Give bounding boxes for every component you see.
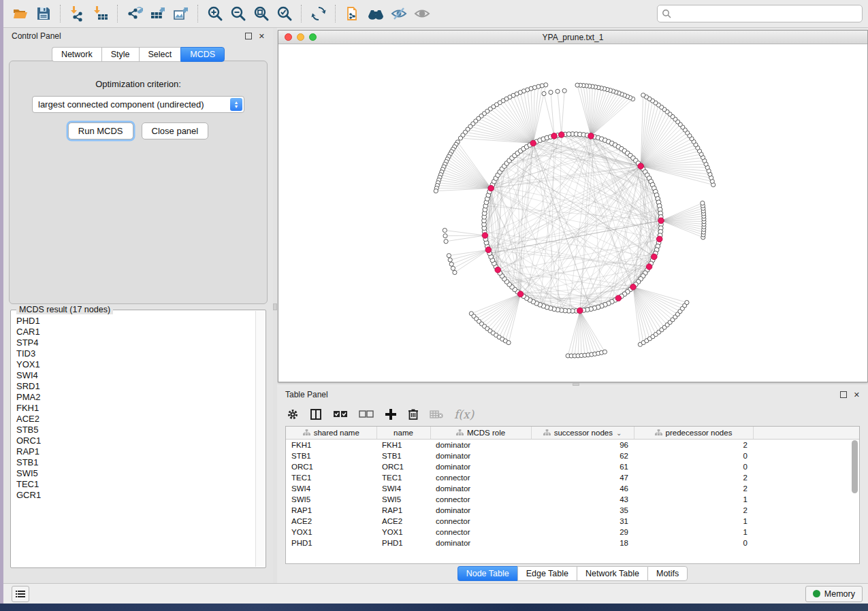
leaf-node[interactable] xyxy=(451,266,455,270)
tab-network[interactable]: Network xyxy=(52,47,101,62)
mcds-result-item[interactable]: RAP1 xyxy=(16,446,266,457)
leaf-node[interactable] xyxy=(443,228,447,232)
leaf-node[interactable] xyxy=(434,189,438,193)
search-field[interactable] xyxy=(657,5,863,22)
mcds-result-item[interactable]: ORC1 xyxy=(16,435,266,446)
memory-button[interactable]: Memory xyxy=(805,586,863,602)
network-view-titlebar[interactable]: YPA_prune.txt_1 xyxy=(278,31,867,44)
leaf-node[interactable] xyxy=(443,234,447,238)
table-scrollbar-thumb[interactable] xyxy=(852,440,858,493)
table-cell[interactable]: STB1 xyxy=(376,450,430,461)
mcds-hub-node[interactable] xyxy=(488,185,494,191)
save-icon[interactable] xyxy=(33,3,54,24)
column-header-successor-nodes[interactable]: successor nodes⌄ xyxy=(531,427,634,440)
table-cell[interactable]: YOX1 xyxy=(376,527,430,538)
table-cell[interactable]: SWI5 xyxy=(286,494,376,505)
float-panel-icon[interactable] xyxy=(245,33,252,39)
table-cell[interactable]: 1 xyxy=(634,527,753,538)
mcds-result-item[interactable]: SWI5 xyxy=(16,468,266,479)
leaf-node[interactable] xyxy=(448,258,452,262)
table-cell[interactable]: ACE2 xyxy=(286,516,376,527)
network-node[interactable] xyxy=(566,132,571,137)
mcds-result-item[interactable]: SWI4 xyxy=(16,370,266,381)
tab-select[interactable]: Select xyxy=(139,47,181,62)
table-cell[interactable]: STB1 xyxy=(286,450,376,461)
table-cell[interactable]: 29 xyxy=(531,527,634,538)
run-mcds-button[interactable]: Run MCDS xyxy=(68,122,133,139)
zoom-selected-icon[interactable] xyxy=(274,3,295,24)
table-cell[interactable]: YOX1 xyxy=(286,527,376,538)
column-header-shared-name[interactable]: shared name xyxy=(286,427,376,440)
table-cell[interactable]: 1 xyxy=(634,494,753,505)
zoom-fit-icon[interactable] xyxy=(251,3,272,24)
leaf-node[interactable] xyxy=(575,83,579,87)
mcds-result-item[interactable]: STB1 xyxy=(16,457,266,468)
mcds-result-item[interactable]: PMA2 xyxy=(16,392,266,403)
unselect-all-columns-icon[interactable] xyxy=(359,410,374,419)
table-row[interactable]: SWI4SWI4dominator462 xyxy=(286,483,859,494)
mcds-result-scrollbar[interactable] xyxy=(255,311,265,567)
close-table-panel-icon[interactable]: ✕ xyxy=(854,391,860,399)
leaf-node[interactable] xyxy=(447,254,451,258)
table-cell[interactable]: FKH1 xyxy=(376,440,430,451)
mcds-result-item[interactable]: FKH1 xyxy=(16,403,266,414)
table-cell[interactable]: 1 xyxy=(634,516,753,527)
mcds-result-item[interactable]: CAR1 xyxy=(16,327,266,337)
mcds-result-item[interactable]: STB5 xyxy=(16,425,266,435)
table-settings-gear-icon[interactable] xyxy=(287,408,299,420)
table-cell[interactable]: SWI4 xyxy=(376,483,430,494)
delete-column-icon[interactable] xyxy=(408,408,419,420)
tab-motifs[interactable]: Motifs xyxy=(647,566,688,581)
table-cell[interactable]: connector xyxy=(430,527,531,538)
table-cell[interactable]: dominator xyxy=(430,450,531,461)
table-cell[interactable]: SWI5 xyxy=(376,494,430,505)
network-graph[interactable] xyxy=(278,44,867,381)
column-header-MCDS-role[interactable]: MCDS role xyxy=(430,427,531,440)
table-row[interactable]: YOX1YOX1connector291 xyxy=(286,527,859,538)
zoom-in-icon[interactable] xyxy=(205,3,225,24)
table-cell[interactable]: dominator xyxy=(430,505,531,516)
first-neighbors-icon[interactable] xyxy=(366,3,386,24)
mcds-hub-node[interactable] xyxy=(656,236,662,242)
leaf-node[interactable] xyxy=(556,89,560,93)
hide-selected-icon[interactable] xyxy=(389,3,409,24)
create-column-icon[interactable] xyxy=(385,408,397,420)
table-cell[interactable]: SWI4 xyxy=(286,483,376,494)
tab-node-table[interactable]: Node Table xyxy=(457,566,517,581)
table-cell[interactable]: PHD1 xyxy=(376,538,430,548)
table-cell[interactable]: dominator xyxy=(430,461,531,472)
close-panel-icon[interactable]: ✕ xyxy=(259,33,265,40)
leaf-node[interactable] xyxy=(542,91,546,95)
table-cell[interactable]: 31 xyxy=(531,516,634,527)
mcds-hub-node[interactable] xyxy=(588,133,594,139)
leaf-node[interactable] xyxy=(701,201,705,205)
import-network-icon[interactable] xyxy=(67,3,88,24)
mcds-result-item[interactable]: STP4 xyxy=(16,337,266,348)
table-cell[interactable]: FKH1 xyxy=(286,440,376,451)
leaf-node[interactable] xyxy=(458,136,462,140)
table-cell[interactable]: ACE2 xyxy=(376,516,430,527)
table-cell[interactable]: 47 xyxy=(531,472,634,483)
new-network-from-selection-icon[interactable] xyxy=(342,3,363,24)
leaf-node[interactable] xyxy=(602,350,607,354)
mcds-hub-node[interactable] xyxy=(485,247,492,253)
task-history-button[interactable] xyxy=(12,586,29,602)
leaf-node[interactable] xyxy=(449,262,453,266)
leaf-node[interactable] xyxy=(641,93,645,97)
leaf-node[interactable] xyxy=(685,300,689,304)
mcds-hub-node[interactable] xyxy=(646,264,652,270)
mcds-hub-node[interactable] xyxy=(482,233,488,239)
table-cell[interactable]: connector xyxy=(430,472,531,483)
tab-edge-table[interactable]: Edge Table xyxy=(517,566,577,581)
refresh-layout-icon[interactable] xyxy=(308,3,329,24)
mcds-hub-node[interactable] xyxy=(517,291,524,297)
table-cell[interactable]: ORC1 xyxy=(376,461,430,472)
table-cell[interactable]: 2 xyxy=(634,505,753,516)
vertical-splitter[interactable] xyxy=(273,28,277,583)
mcds-result-item[interactable]: TEC1 xyxy=(16,479,266,490)
show-column-panel-icon[interactable] xyxy=(310,408,322,420)
table-cell[interactable]: 0 xyxy=(634,450,753,461)
horizontal-splitter[interactable] xyxy=(277,382,868,386)
table-cell[interactable]: 35 xyxy=(531,505,634,516)
search-input[interactable] xyxy=(674,8,858,19)
